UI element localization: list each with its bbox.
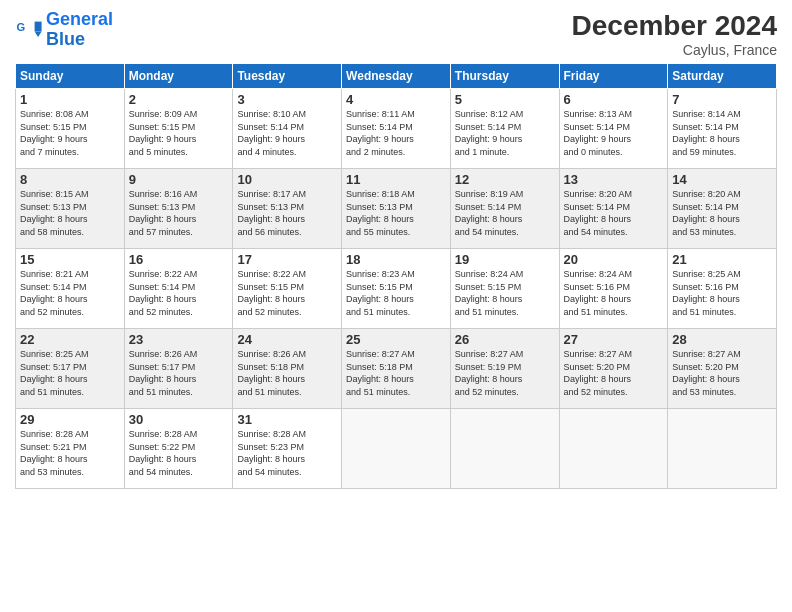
calendar-day-11: 11Sunrise: 8:18 AM Sunset: 5:13 PM Dayli… xyxy=(342,169,451,249)
day-number: 11 xyxy=(346,172,446,187)
day-number: 20 xyxy=(564,252,664,267)
calendar-header: SundayMondayTuesdayWednesdayThursdayFrid… xyxy=(16,64,777,89)
calendar-day-1: 1Sunrise: 8:08 AM Sunset: 5:15 PM Daylig… xyxy=(16,89,125,169)
day-number: 3 xyxy=(237,92,337,107)
day-info: Sunrise: 8:24 AM Sunset: 5:16 PM Dayligh… xyxy=(564,268,664,318)
calendar-day-6: 6Sunrise: 8:13 AM Sunset: 5:14 PM Daylig… xyxy=(559,89,668,169)
month-title: December 2024 xyxy=(572,10,777,42)
day-number: 5 xyxy=(455,92,555,107)
calendar-empty-cell xyxy=(342,409,451,489)
day-info: Sunrise: 8:23 AM Sunset: 5:15 PM Dayligh… xyxy=(346,268,446,318)
day-info: Sunrise: 8:19 AM Sunset: 5:14 PM Dayligh… xyxy=(455,188,555,238)
day-number: 9 xyxy=(129,172,229,187)
day-number: 8 xyxy=(20,172,120,187)
day-number: 16 xyxy=(129,252,229,267)
calendar-day-31: 31Sunrise: 8:28 AM Sunset: 5:23 PM Dayli… xyxy=(233,409,342,489)
calendar-week-3: 15Sunrise: 8:21 AM Sunset: 5:14 PM Dayli… xyxy=(16,249,777,329)
calendar-empty-cell xyxy=(668,409,777,489)
day-info: Sunrise: 8:28 AM Sunset: 5:21 PM Dayligh… xyxy=(20,428,120,478)
logo-general: General xyxy=(46,9,113,29)
calendar-day-13: 13Sunrise: 8:20 AM Sunset: 5:14 PM Dayli… xyxy=(559,169,668,249)
day-info: Sunrise: 8:16 AM Sunset: 5:13 PM Dayligh… xyxy=(129,188,229,238)
calendar-day-27: 27Sunrise: 8:27 AM Sunset: 5:20 PM Dayli… xyxy=(559,329,668,409)
calendar-day-2: 2Sunrise: 8:09 AM Sunset: 5:15 PM Daylig… xyxy=(124,89,233,169)
day-number: 15 xyxy=(20,252,120,267)
calendar-day-18: 18Sunrise: 8:23 AM Sunset: 5:15 PM Dayli… xyxy=(342,249,451,329)
day-number: 2 xyxy=(129,92,229,107)
logo: G General Blue xyxy=(15,10,113,50)
calendar-empty-cell xyxy=(559,409,668,489)
day-number: 10 xyxy=(237,172,337,187)
day-info: Sunrise: 8:28 AM Sunset: 5:23 PM Dayligh… xyxy=(237,428,337,478)
location: Caylus, France xyxy=(572,42,777,58)
day-number: 6 xyxy=(564,92,664,107)
day-number: 31 xyxy=(237,412,337,427)
day-info: Sunrise: 8:14 AM Sunset: 5:14 PM Dayligh… xyxy=(672,108,772,158)
svg-marker-1 xyxy=(35,21,42,31)
day-info: Sunrise: 8:20 AM Sunset: 5:14 PM Dayligh… xyxy=(564,188,664,238)
header-cell-saturday: Saturday xyxy=(668,64,777,89)
header-cell-tuesday: Tuesday xyxy=(233,64,342,89)
calendar-day-12: 12Sunrise: 8:19 AM Sunset: 5:14 PM Dayli… xyxy=(450,169,559,249)
calendar-day-7: 7Sunrise: 8:14 AM Sunset: 5:14 PM Daylig… xyxy=(668,89,777,169)
day-info: Sunrise: 8:25 AM Sunset: 5:17 PM Dayligh… xyxy=(20,348,120,398)
day-info: Sunrise: 8:26 AM Sunset: 5:18 PM Dayligh… xyxy=(237,348,337,398)
day-number: 22 xyxy=(20,332,120,347)
calendar-day-5: 5Sunrise: 8:12 AM Sunset: 5:14 PM Daylig… xyxy=(450,89,559,169)
day-number: 18 xyxy=(346,252,446,267)
day-info: Sunrise: 8:18 AM Sunset: 5:13 PM Dayligh… xyxy=(346,188,446,238)
calendar-week-1: 1Sunrise: 8:08 AM Sunset: 5:15 PM Daylig… xyxy=(16,89,777,169)
day-number: 1 xyxy=(20,92,120,107)
day-number: 25 xyxy=(346,332,446,347)
day-number: 19 xyxy=(455,252,555,267)
calendar-day-4: 4Sunrise: 8:11 AM Sunset: 5:14 PM Daylig… xyxy=(342,89,451,169)
day-number: 29 xyxy=(20,412,120,427)
calendar-day-26: 26Sunrise: 8:27 AM Sunset: 5:19 PM Dayli… xyxy=(450,329,559,409)
svg-marker-2 xyxy=(35,31,42,37)
header-cell-sunday: Sunday xyxy=(16,64,125,89)
header: G General Blue December 2024 Caylus, Fra… xyxy=(15,10,777,58)
calendar-day-8: 8Sunrise: 8:15 AM Sunset: 5:13 PM Daylig… xyxy=(16,169,125,249)
page-container: G General Blue December 2024 Caylus, Fra… xyxy=(0,0,792,494)
day-number: 23 xyxy=(129,332,229,347)
calendar-day-28: 28Sunrise: 8:27 AM Sunset: 5:20 PM Dayli… xyxy=(668,329,777,409)
calendar-body: 1Sunrise: 8:08 AM Sunset: 5:15 PM Daylig… xyxy=(16,89,777,489)
day-info: Sunrise: 8:10 AM Sunset: 5:14 PM Dayligh… xyxy=(237,108,337,158)
day-number: 28 xyxy=(672,332,772,347)
day-number: 24 xyxy=(237,332,337,347)
header-cell-friday: Friday xyxy=(559,64,668,89)
day-info: Sunrise: 8:17 AM Sunset: 5:13 PM Dayligh… xyxy=(237,188,337,238)
day-number: 17 xyxy=(237,252,337,267)
day-info: Sunrise: 8:15 AM Sunset: 5:13 PM Dayligh… xyxy=(20,188,120,238)
day-info: Sunrise: 8:13 AM Sunset: 5:14 PM Dayligh… xyxy=(564,108,664,158)
calendar-day-24: 24Sunrise: 8:26 AM Sunset: 5:18 PM Dayli… xyxy=(233,329,342,409)
calendar-week-4: 22Sunrise: 8:25 AM Sunset: 5:17 PM Dayli… xyxy=(16,329,777,409)
day-info: Sunrise: 8:12 AM Sunset: 5:14 PM Dayligh… xyxy=(455,108,555,158)
day-number: 26 xyxy=(455,332,555,347)
calendar-day-14: 14Sunrise: 8:20 AM Sunset: 5:14 PM Dayli… xyxy=(668,169,777,249)
logo-blue: Blue xyxy=(46,29,85,49)
calendar-empty-cell xyxy=(450,409,559,489)
day-info: Sunrise: 8:20 AM Sunset: 5:14 PM Dayligh… xyxy=(672,188,772,238)
day-number: 21 xyxy=(672,252,772,267)
day-info: Sunrise: 8:09 AM Sunset: 5:15 PM Dayligh… xyxy=(129,108,229,158)
logo-text: General Blue xyxy=(46,10,113,50)
calendar-day-21: 21Sunrise: 8:25 AM Sunset: 5:16 PM Dayli… xyxy=(668,249,777,329)
calendar-week-2: 8Sunrise: 8:15 AM Sunset: 5:13 PM Daylig… xyxy=(16,169,777,249)
day-info: Sunrise: 8:11 AM Sunset: 5:14 PM Dayligh… xyxy=(346,108,446,158)
calendar-day-23: 23Sunrise: 8:26 AM Sunset: 5:17 PM Dayli… xyxy=(124,329,233,409)
day-number: 7 xyxy=(672,92,772,107)
calendar-day-25: 25Sunrise: 8:27 AM Sunset: 5:18 PM Dayli… xyxy=(342,329,451,409)
calendar-table: SundayMondayTuesdayWednesdayThursdayFrid… xyxy=(15,63,777,489)
day-number: 27 xyxy=(564,332,664,347)
header-row: SundayMondayTuesdayWednesdayThursdayFrid… xyxy=(16,64,777,89)
calendar-day-22: 22Sunrise: 8:25 AM Sunset: 5:17 PM Dayli… xyxy=(16,329,125,409)
day-info: Sunrise: 8:27 AM Sunset: 5:20 PM Dayligh… xyxy=(672,348,772,398)
calendar-day-9: 9Sunrise: 8:16 AM Sunset: 5:13 PM Daylig… xyxy=(124,169,233,249)
calendar-day-10: 10Sunrise: 8:17 AM Sunset: 5:13 PM Dayli… xyxy=(233,169,342,249)
calendar-week-5: 29Sunrise: 8:28 AM Sunset: 5:21 PM Dayli… xyxy=(16,409,777,489)
calendar-day-15: 15Sunrise: 8:21 AM Sunset: 5:14 PM Dayli… xyxy=(16,249,125,329)
day-info: Sunrise: 8:22 AM Sunset: 5:14 PM Dayligh… xyxy=(129,268,229,318)
day-info: Sunrise: 8:21 AM Sunset: 5:14 PM Dayligh… xyxy=(20,268,120,318)
day-number: 14 xyxy=(672,172,772,187)
